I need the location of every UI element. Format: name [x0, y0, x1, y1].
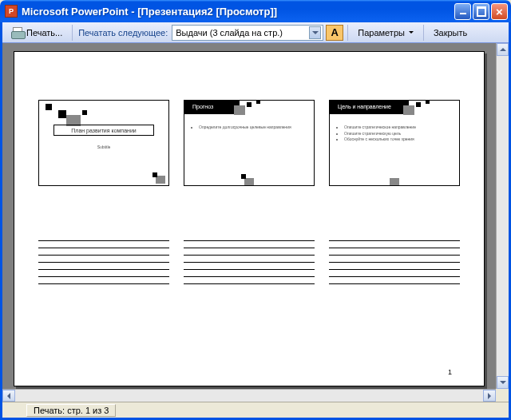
close-preview-label: Закрыть [434, 28, 467, 38]
toolbar-separator [423, 25, 424, 41]
slide-thumbnail: Прогноз Определите долгосрочные целевые … [184, 100, 315, 186]
print-button-label: Печать... [26, 28, 62, 38]
print-what-select[interactable]: Выдачи (3 слайда на стр.) [172, 25, 323, 41]
notes-lines-area [38, 240, 460, 284]
close-preview-button[interactable]: Закрыть [428, 26, 473, 40]
print-preview-toolbar: Печать... Печатать следующее: Выдачи (3 … [2, 22, 509, 43]
vertical-scrollbar[interactable] [496, 43, 509, 389]
window-maximize-button[interactable] [473, 3, 489, 20]
scrollbar-corner [496, 389, 509, 402]
slide-thumbnail: Цель и направление Опишите стратегическо… [329, 100, 460, 186]
options-button[interactable]: Параметры [352, 26, 419, 40]
printer-icon [11, 27, 24, 38]
window-frame: Печать... Печатать следующее: Выдачи (3 … [0, 22, 511, 420]
print-button[interactable]: Печать... [6, 25, 68, 41]
print-what-label: Печатать следующее: [77, 28, 169, 38]
frame-slides-toggle[interactable]: A [326, 25, 343, 41]
handout-page[interactable]: План развития компании Subtitle Прогноз [14, 51, 485, 386]
toolbar-separator [347, 25, 348, 41]
slide-title: Цель и направление [338, 104, 391, 109]
window-minimize-button[interactable] [454, 3, 471, 20]
scroll-left-button[interactable] [2, 390, 15, 402]
toolbar-separator [72, 25, 73, 41]
scroll-right-button[interactable] [483, 390, 496, 402]
scroll-track[interactable] [15, 390, 483, 402]
options-label: Параметры [358, 28, 405, 38]
window-close-button[interactable] [491, 3, 508, 20]
status-text: Печать: стр. 1 из 3 [26, 404, 116, 417]
print-what-value: Выдачи (3 слайда на стр.) [176, 28, 283, 38]
window-titlebar: P Microsoft PowerPoint - [Презентация2 [… [0, 0, 511, 22]
horizontal-scrollbar[interactable] [2, 389, 496, 402]
scroll-track[interactable] [497, 56, 509, 376]
slide-bullet: Определите долгосрочные целевые направле… [199, 125, 307, 130]
scroll-down-button[interactable] [497, 376, 509, 389]
chevron-down-icon [409, 31, 414, 34]
format-icon-letter: A [331, 26, 339, 38]
notes-lines-column [38, 240, 169, 284]
slide-subtitle: Subtitle [46, 145, 162, 149]
notes-lines-column [184, 240, 315, 284]
slide-thumbnail: План развития компании Subtitle [38, 100, 169, 186]
slide-bullet: Опишите стратегическую цель [344, 131, 453, 137]
app-icon: P [5, 5, 18, 18]
scroll-up-button[interactable] [497, 43, 509, 56]
page-number: 1 [448, 368, 452, 376]
slide-bullet: Опишите стратегическое направление [344, 125, 453, 130]
notes-lines-column [329, 240, 460, 284]
window-title: Microsoft PowerPoint - [Презентация2 [Пр… [22, 6, 454, 18]
chevron-down-icon [309, 26, 321, 39]
slide-title: Прогноз [192, 104, 213, 109]
slide-bullet: Обоснуйте с нескольких точек зрения [344, 137, 453, 142]
preview-area: План развития компании Subtitle Прогноз [2, 43, 509, 389]
status-bar: Печать: стр. 1 из 3 [2, 402, 509, 418]
